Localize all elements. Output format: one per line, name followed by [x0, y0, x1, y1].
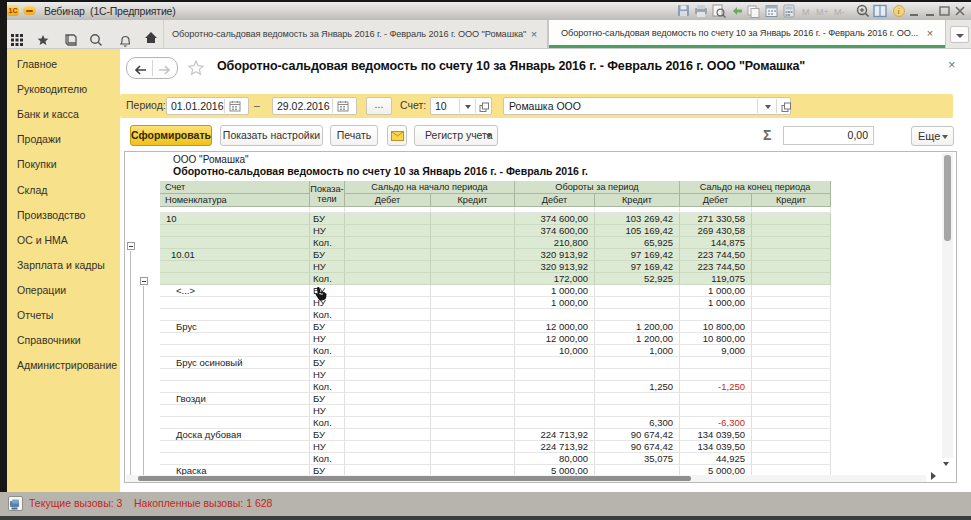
svg-text:i: i	[898, 7, 900, 16]
svg-text:M-: M-	[834, 7, 845, 17]
svg-text:M+: M+	[816, 7, 829, 17]
svg-text:M: M	[802, 7, 810, 17]
